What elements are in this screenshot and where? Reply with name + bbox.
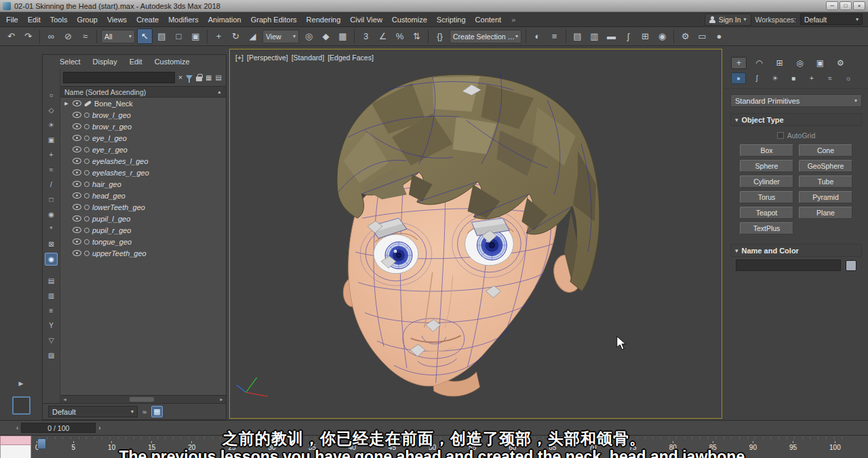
category-geometry[interactable]: ● [731,72,746,84]
menu-edit[interactable]: Edit [23,12,45,27]
pick-parent-icon[interactable]: Y [45,319,58,332]
tab-motion[interactable]: ◎ [792,57,808,69]
object-properties-icon[interactable]: ≡ [45,304,58,317]
timeline-ruler[interactable]: 0510152025303540455055606570758085909510… [31,436,868,458]
select-and-move-icon[interactable]: + [211,28,226,44]
display-shapes-icon[interactable]: ◇ [45,104,58,117]
spinner-snap-icon[interactable]: ⇅ [409,28,425,44]
subcategory-dropdown[interactable]: Standard Primitives ▾ [730,94,862,107]
visibility-eye-icon[interactable] [73,250,81,256]
select-and-rotate-icon[interactable]: ↻ [228,28,243,44]
category-space-warps[interactable]: ≈ [823,72,837,84]
visibility-eye-icon[interactable] [73,135,81,141]
viewport-label-[interactable]: [+] [235,54,243,62]
menu-scripting[interactable]: Scripting [432,12,471,27]
scene-object-row[interactable]: pupil_r_geo [60,224,226,236]
configure-columns-icon[interactable]: ▨ [45,349,58,362]
expand-arrow-icon[interactable]: ▶ [63,101,70,106]
toggle-ribbon-icon[interactable]: ▬ [604,28,619,44]
toggle-scene-explorer-icon[interactable]: ▤ [570,28,585,44]
mirror-icon[interactable]: ◐ [530,28,545,44]
object-name-input[interactable] [736,259,841,271]
minimize-button[interactable]: ─ [826,1,838,10]
display-containers-icon[interactable]: □ [45,193,58,206]
visibility-eye-icon[interactable] [73,215,81,222]
scroll-right-icon[interactable]: ► [219,397,224,402]
object-type-rollout-header[interactable]: ▾ Object Type [730,113,862,126]
display-helpers-icon[interactable]: + [45,148,58,161]
toggle-layer-explorer-icon[interactable]: ▥ [587,28,602,44]
close-button[interactable]: × [853,1,865,10]
viewport[interactable]: [+][Perspective][Standard][Edged Faces] [229,49,722,419]
sign-in-button[interactable]: Sign In ▾ [705,14,751,26]
use-pivot-center-icon[interactable]: ◎ [301,28,317,44]
scrollbar-thumb[interactable] [130,397,154,402]
viewport-label-edged-faces[interactable]: [Edged Faces] [328,54,374,62]
visibility-eye-icon[interactable] [73,204,81,210]
scene-object-row[interactable]: hair_geo [60,178,226,190]
scroll-left-icon[interactable]: ◄ [62,397,67,402]
tab-create[interactable]: + [731,57,747,69]
align-icon[interactable]: ≡ [547,28,562,44]
select-and-scale-icon[interactable]: ◢ [245,28,260,44]
scene-object-row[interactable]: lowerTeeth_geo [60,201,226,213]
workspaces-dropdown[interactable]: Default ▾ [800,14,863,25]
objtype-textplus-button[interactable]: TextPlus [740,222,793,234]
lock-cell-editing-icon[interactable]: ⊠ [45,238,58,251]
percent-snap-icon[interactable]: % [392,28,408,44]
display-space-warps-icon[interactable]: ≈ [45,163,58,176]
layer-manager-icon[interactable]: ≈ [142,408,146,416]
viewport-layout-tabs-arrow[interactable]: ▶ [19,380,24,387]
viewport-label-perspective[interactable]: [Perspective] [247,54,288,62]
viewport-canvas[interactable] [230,49,722,418]
column-header-name[interactable]: Name (Sorted Ascending) ▲ [60,86,226,98]
next-frame-icon[interactable]: › [98,424,100,432]
pick-columns-icon[interactable]: ▦ [205,74,212,81]
collapse-all-icon[interactable]: ▥ [45,289,58,302]
visibility-eye-icon[interactable] [73,192,81,199]
object-color-swatch[interactable] [846,260,856,271]
objtype-sphere-button[interactable]: Sphere [740,160,793,172]
schematic-view-icon[interactable]: ⊞ [637,28,653,44]
advanced-filter-icon[interactable]: ▽ [45,334,58,347]
toggle-explorer-mode-icon[interactable]: ▦ [151,406,163,417]
autogrid-checkbox[interactable] [777,132,784,139]
menu-customize[interactable]: Customize [387,12,432,27]
expand-all-icon[interactable]: ▤ [45,274,58,287]
curve-editor-icon[interactable]: ʃ [620,28,636,44]
menu-views[interactable]: Views [102,12,132,27]
scene-object-row[interactable]: eye_l_geo [60,132,226,144]
visibility-eye-icon[interactable] [73,181,81,187]
category-systems[interactable]: ☼ [841,72,856,84]
visibility-eye-icon[interactable] [73,238,81,245]
menu-group[interactable]: Group [72,12,102,27]
objtype-geosphere-button[interactable]: GeoSphere [799,160,852,172]
menu-animation[interactable]: Animation [203,12,246,27]
menu-graph-editors[interactable]: Graph Editors [246,12,302,27]
horizontal-scrollbar[interactable]: ◄ ► [60,395,226,403]
rendered-frame-window-icon[interactable]: ▭ [694,28,710,44]
angle-snap-icon[interactable]: ∠ [375,28,391,44]
category-helpers[interactable]: + [804,72,819,84]
scene-object-row[interactable]: eyelashes_r_geo [60,167,226,178]
scene-object-row[interactable]: head_geo [60,190,226,201]
category-shapes[interactable]: ʃ [749,72,764,84]
undo-icon[interactable]: ↶ [3,28,19,44]
viewport-layout-thumbnail[interactable] [12,396,31,415]
scene-object-row[interactable]: ▶Bone_Neck [60,98,226,109]
redo-icon[interactable]: ↷ [20,28,36,44]
current-frame-field[interactable]: 0 / 100 [21,423,96,433]
objtype-cone-button[interactable]: Cone [799,144,852,157]
visibility-eye-icon[interactable] [73,158,81,164]
keyboard-shortcut-override-icon[interactable]: ▦ [335,28,351,44]
select-by-name-icon[interactable]: ▤ [154,28,170,44]
reference-coordinate-dropdown[interactable]: View▾ [262,30,299,43]
unlink-selection-icon[interactable]: ⊘ [60,28,76,44]
search-filter-icon[interactable] [186,75,193,80]
display-lights-icon[interactable]: ☀ [45,119,58,131]
bind-to-space-warp-icon[interactable]: ≈ [77,28,93,44]
tab-hierarchy[interactable]: ⊞ [772,57,787,69]
select-and-link-icon[interactable]: ∞ [43,28,59,44]
tab-display[interactable]: ▣ [812,57,828,69]
select-and-manipulate-icon[interactable]: ◆ [318,28,334,44]
